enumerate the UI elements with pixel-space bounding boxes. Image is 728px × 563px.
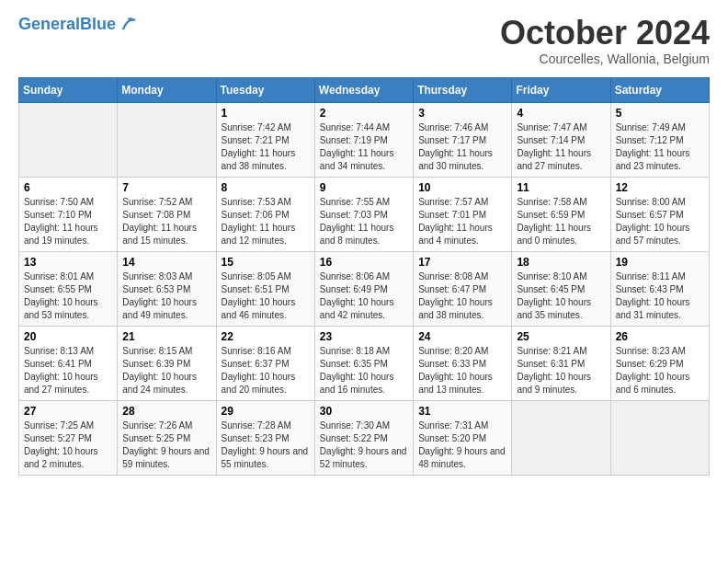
calendar-cell: 10Sunrise: 7:57 AMSunset: 7:01 PMDayligh… xyxy=(414,177,512,251)
day-number: 24 xyxy=(418,330,506,343)
calendar-cell: 21Sunrise: 8:15 AMSunset: 6:39 PMDayligh… xyxy=(118,326,216,400)
day-info: Sunrise: 8:16 AMSunset: 6:37 PMDaylight:… xyxy=(222,345,310,396)
page-header: GeneralBlue October 2024 Courcelles, Wal… xyxy=(18,15,710,66)
calendar-cell: 3Sunrise: 7:46 AMSunset: 7:17 PMDaylight… xyxy=(414,102,512,177)
day-number: 13 xyxy=(24,256,112,269)
day-number: 7 xyxy=(122,181,210,194)
day-info: Sunrise: 8:13 AMSunset: 6:41 PMDaylight:… xyxy=(24,345,112,396)
calendar-cell: 23Sunrise: 8:18 AMSunset: 6:35 PMDayligh… xyxy=(314,326,413,400)
day-info: Sunrise: 8:08 AMSunset: 6:47 PMDaylight:… xyxy=(418,270,506,322)
day-number: 30 xyxy=(320,405,408,418)
location: Courcelles, Wallonia, Belgium xyxy=(500,52,710,66)
day-info: Sunrise: 8:05 AMSunset: 6:51 PMDaylight:… xyxy=(222,270,310,322)
calendar-cell: 5Sunrise: 7:49 AMSunset: 7:12 PMDaylight… xyxy=(610,102,709,177)
calendar-cell xyxy=(512,400,610,475)
header-day-wednesday: Wednesday xyxy=(314,77,413,102)
week-row-3: 20Sunrise: 8:13 AMSunset: 6:41 PMDayligh… xyxy=(19,326,710,400)
header-day-monday: Monday xyxy=(118,77,216,102)
calendar-cell: 6Sunrise: 7:50 AMSunset: 7:10 PMDaylight… xyxy=(19,177,118,251)
day-number: 11 xyxy=(517,181,605,194)
day-info: Sunrise: 7:49 AMSunset: 7:12 PMDaylight:… xyxy=(616,121,704,173)
calendar-cell: 13Sunrise: 8:01 AMSunset: 6:55 PMDayligh… xyxy=(19,251,118,326)
day-info: Sunrise: 7:57 AMSunset: 7:01 PMDaylight:… xyxy=(418,196,506,247)
calendar-cell: 27Sunrise: 7:25 AMSunset: 5:27 PMDayligh… xyxy=(19,400,118,475)
calendar-cell: 16Sunrise: 8:06 AMSunset: 6:49 PMDayligh… xyxy=(314,251,413,326)
calendar-cell xyxy=(118,102,216,177)
day-number: 15 xyxy=(222,256,310,269)
day-info: Sunrise: 8:00 AMSunset: 6:57 PMDaylight:… xyxy=(616,196,704,247)
day-info: Sunrise: 7:28 AMSunset: 5:23 PMDaylight:… xyxy=(222,419,310,471)
day-number: 1 xyxy=(222,107,310,120)
calendar-cell: 11Sunrise: 7:58 AMSunset: 6:59 PMDayligh… xyxy=(512,177,610,251)
logo-text: GeneralBlue xyxy=(18,16,116,34)
day-number: 27 xyxy=(24,405,112,418)
day-number: 22 xyxy=(222,330,310,343)
day-info: Sunrise: 8:23 AMSunset: 6:29 PMDaylight:… xyxy=(616,345,704,396)
day-info: Sunrise: 7:50 AMSunset: 7:10 PMDaylight:… xyxy=(24,196,112,247)
calendar-table: SundayMondayTuesdayWednesdayThursdayFrid… xyxy=(18,77,710,476)
day-info: Sunrise: 7:52 AMSunset: 7:08 PMDaylight:… xyxy=(122,196,210,247)
day-number: 26 xyxy=(616,330,704,343)
day-number: 21 xyxy=(122,330,210,343)
day-number: 2 xyxy=(320,107,408,120)
day-number: 3 xyxy=(418,107,506,120)
day-number: 5 xyxy=(616,107,704,120)
calendar-cell: 29Sunrise: 7:28 AMSunset: 5:23 PMDayligh… xyxy=(216,400,314,475)
day-number: 12 xyxy=(616,181,704,194)
day-info: Sunrise: 7:26 AMSunset: 5:25 PMDaylight:… xyxy=(122,419,210,471)
day-number: 10 xyxy=(418,181,506,194)
day-number: 28 xyxy=(122,405,210,418)
calendar-cell: 26Sunrise: 8:23 AMSunset: 6:29 PMDayligh… xyxy=(610,326,709,400)
day-info: Sunrise: 8:15 AMSunset: 6:39 PMDaylight:… xyxy=(122,345,210,396)
day-info: Sunrise: 7:46 AMSunset: 7:17 PMDaylight:… xyxy=(418,121,506,173)
day-info: Sunrise: 7:31 AMSunset: 5:20 PMDaylight:… xyxy=(418,419,506,471)
header-day-tuesday: Tuesday xyxy=(216,77,314,102)
calendar-cell: 9Sunrise: 7:55 AMSunset: 7:03 PMDaylight… xyxy=(314,177,413,251)
day-number: 23 xyxy=(320,330,408,343)
day-info: Sunrise: 7:44 AMSunset: 7:19 PMDaylight:… xyxy=(320,121,408,173)
header-day-thursday: Thursday xyxy=(414,77,512,102)
calendar-cell: 4Sunrise: 7:47 AMSunset: 7:14 PMDaylight… xyxy=(512,102,610,177)
day-info: Sunrise: 8:18 AMSunset: 6:35 PMDaylight:… xyxy=(320,345,408,396)
day-number: 17 xyxy=(418,256,506,269)
calendar-cell: 20Sunrise: 8:13 AMSunset: 6:41 PMDayligh… xyxy=(19,326,118,400)
day-number: 14 xyxy=(122,256,210,269)
title-block: October 2024 Courcelles, Wallonia, Belgi… xyxy=(500,15,710,66)
calendar-cell: 12Sunrise: 8:00 AMSunset: 6:57 PMDayligh… xyxy=(610,177,709,251)
day-number: 19 xyxy=(616,256,704,269)
day-info: Sunrise: 8:10 AMSunset: 6:45 PMDaylight:… xyxy=(517,270,605,322)
day-number: 25 xyxy=(517,330,605,343)
calendar-body: 1Sunrise: 7:42 AMSunset: 7:21 PMDaylight… xyxy=(19,102,710,475)
calendar-header: SundayMondayTuesdayWednesdayThursdayFrid… xyxy=(19,77,710,102)
calendar-cell: 31Sunrise: 7:31 AMSunset: 5:20 PMDayligh… xyxy=(414,400,512,475)
calendar-cell: 22Sunrise: 8:16 AMSunset: 6:37 PMDayligh… xyxy=(216,326,314,400)
calendar-cell: 8Sunrise: 7:53 AMSunset: 7:06 PMDaylight… xyxy=(216,177,314,251)
calendar-cell: 25Sunrise: 8:21 AMSunset: 6:31 PMDayligh… xyxy=(512,326,610,400)
day-info: Sunrise: 8:21 AMSunset: 6:31 PMDaylight:… xyxy=(517,345,605,396)
day-number: 6 xyxy=(24,181,112,194)
week-row-2: 13Sunrise: 8:01 AMSunset: 6:55 PMDayligh… xyxy=(19,251,710,326)
calendar-cell xyxy=(610,400,709,475)
day-number: 4 xyxy=(517,107,605,120)
day-number: 9 xyxy=(320,181,408,194)
calendar-cell: 17Sunrise: 8:08 AMSunset: 6:47 PMDayligh… xyxy=(414,251,512,326)
day-number: 31 xyxy=(418,405,506,418)
day-info: Sunrise: 8:06 AMSunset: 6:49 PMDaylight:… xyxy=(320,270,408,322)
day-info: Sunrise: 8:03 AMSunset: 6:53 PMDaylight:… xyxy=(122,270,210,322)
calendar-cell: 15Sunrise: 8:05 AMSunset: 6:51 PMDayligh… xyxy=(216,251,314,326)
logo-icon xyxy=(118,15,138,35)
day-info: Sunrise: 8:11 AMSunset: 6:43 PMDaylight:… xyxy=(616,270,704,322)
calendar-cell: 30Sunrise: 7:30 AMSunset: 5:22 PMDayligh… xyxy=(314,400,413,475)
calendar-cell: 1Sunrise: 7:42 AMSunset: 7:21 PMDaylight… xyxy=(216,102,314,177)
calendar-cell: 24Sunrise: 8:20 AMSunset: 6:33 PMDayligh… xyxy=(414,326,512,400)
day-info: Sunrise: 7:55 AMSunset: 7:03 PMDaylight:… xyxy=(320,196,408,247)
day-number: 29 xyxy=(222,405,310,418)
day-info: Sunrise: 7:47 AMSunset: 7:14 PMDaylight:… xyxy=(517,121,605,173)
week-row-4: 27Sunrise: 7:25 AMSunset: 5:27 PMDayligh… xyxy=(19,400,710,475)
day-info: Sunrise: 8:20 AMSunset: 6:33 PMDaylight:… xyxy=(418,345,506,396)
header-row: SundayMondayTuesdayWednesdayThursdayFrid… xyxy=(19,77,710,102)
calendar-cell: 28Sunrise: 7:26 AMSunset: 5:25 PMDayligh… xyxy=(118,400,216,475)
week-row-0: 1Sunrise: 7:42 AMSunset: 7:21 PMDaylight… xyxy=(19,102,710,177)
calendar-cell xyxy=(19,102,118,177)
calendar-cell: 19Sunrise: 8:11 AMSunset: 6:43 PMDayligh… xyxy=(610,251,709,326)
